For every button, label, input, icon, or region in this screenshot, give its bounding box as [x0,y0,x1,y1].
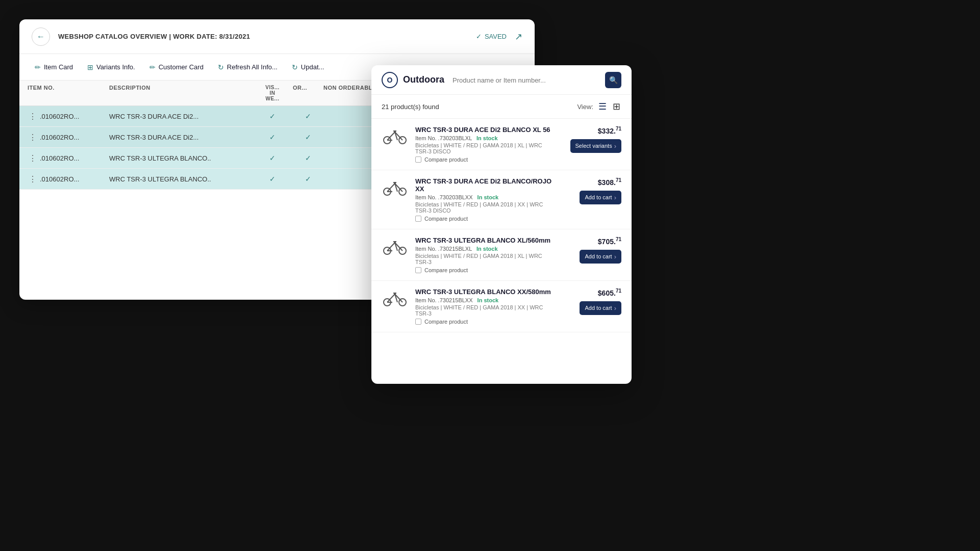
btn-arrow-icon-3: › [614,253,616,260]
compare-checkbox-4[interactable] [415,319,421,325]
refresh-all-info-button[interactable]: ↻ Refresh All Info... [211,59,285,75]
update-icon: ↻ [292,63,298,71]
btn-arrow-icon: › [614,142,616,150]
customer-card-button[interactable]: ✏ Customer Card [142,59,211,75]
product-image-4 [382,288,408,307]
grid-view-button[interactable]: ⊞ [612,100,621,113]
add-to-cart-button-2[interactable]: Add to cart › [580,191,621,204]
product-image-3 [382,237,408,256]
item-card-button[interactable]: ✏ Item Card [28,59,80,75]
compare-label-3: Compare product [424,267,468,273]
in-stock-3: In stock [476,246,498,252]
col-vis: VIS...INWE... [252,85,293,101]
check-vis: ✓ [269,133,275,141]
in-stock-2: In stock [478,194,499,200]
svg-point-9 [394,131,396,133]
popup-window: O Outdoora 🔍 21 product(s) found View: ☰… [371,65,632,384]
product-info-4: WRC TSR-3 ULTEGRA BLANCO XX/580mm Item N… [415,288,553,325]
svg-point-25 [394,242,396,244]
check-or: ✓ [305,175,311,183]
product-item-4: WRC TSR-3 ULTEGRA BLANCO XX/580mm Item N… [371,281,632,332]
compare-row-4: Compare product [415,319,553,325]
cell-or: ✓ [293,175,323,183]
cell-vis: ✓ [252,112,293,120]
search-input-area[interactable] [453,75,597,85]
in-stock-1: In stock [476,135,498,141]
product-tags-3: Bicicletas | WHITE / RED | GAMA 2018 | X… [415,253,553,265]
product-meta-2: Item No. .730203BLXX In stock [415,194,553,200]
cell-description: WRC TSR-3 DURA ACE Di2... [109,113,252,120]
header-left: ← WEBSHOP CATALOG OVERVIEW | WORK DATE: … [32,28,250,46]
logo-area: O Outdoora [382,72,444,88]
back-button[interactable]: ← [32,28,50,46]
compare-label-1: Compare product [424,156,468,163]
variants-info-button[interactable]: ⊞ Variants Info. [80,59,142,75]
list-view-button[interactable]: ☰ [597,100,608,113]
product-price-3: $705.71 [598,237,621,246]
search-icon: 🔍 [609,76,618,84]
add-to-cart-button-3[interactable]: Add to cart › [580,250,621,264]
back-icon: ← [37,32,45,41]
item-no-1: Item No. .730203BLXL [415,135,472,141]
view-toggle: View: ☰ ⊞ [577,100,621,113]
logo-icon: O [382,72,398,88]
products-found-label: 21 product(s) found [382,103,439,111]
popup-header: O Outdoora 🔍 [371,65,632,95]
compare-row-1: Compare product [415,156,553,163]
product-price-4: $605.71 [598,288,621,297]
search-input[interactable] [453,76,597,84]
grid-icon: ⊞ [87,63,93,71]
check-or: ✓ [305,112,311,120]
compare-checkbox-2[interactable] [415,216,421,222]
check-vis: ✓ [269,112,275,120]
check-vis: ✓ [269,175,275,183]
cell-item-no: ⋮ .010602RO... [28,153,109,163]
search-button[interactable]: 🔍 [605,72,621,88]
product-price-action-3: $705.71 Add to cart › [560,237,621,264]
expand-icon[interactable]: ↗ [515,31,522,42]
compare-row-3: Compare product [415,267,553,273]
row-menu-icon[interactable]: ⋮ [28,174,38,184]
cell-item-no: ⋮ .010602RO... [28,132,109,142]
view-label: View: [577,103,593,111]
product-tags-2: Bicicletas | WHITE / RED | GAMA 2018 | X… [415,201,553,214]
row-menu-icon[interactable]: ⋮ [28,153,38,163]
compare-row-2: Compare product [415,216,553,222]
product-price-2: $308.71 [598,177,621,187]
cell-or: ✓ [293,133,323,141]
compare-checkbox-3[interactable] [415,267,421,273]
edit-icon: ✏ [35,63,41,71]
bike-icon-1 [382,127,408,144]
logo-text: Outdoora [403,74,444,85]
item-no-3: Item No. .730215BLXL [415,246,472,252]
add-to-cart-button-4[interactable]: Add to cart › [580,301,621,315]
saved-status: ✓ SAVED [476,33,507,40]
product-image-1 [382,126,408,145]
product-item-3: WRC TSR-3 ULTEGRA BLANCO XL/560mm Item N… [371,229,632,281]
header-right: ✓ SAVED ↗ [476,31,522,42]
cell-vis: ✓ [252,133,293,141]
product-image-2 [382,177,408,197]
page-title: WEBSHOP CATALOG OVERVIEW | WORK DATE: 8/… [58,33,250,40]
cell-description: WRC TSR-3 ULTEGRA BLANCO.. [109,154,252,162]
bike-icon-3 [382,238,408,255]
item-no-4: Item No. .730215BLXX [415,297,473,303]
svg-point-33 [394,293,396,295]
btn-arrow-icon-4: › [614,304,616,312]
product-info-1: WRC TSR-3 DURA ACE Di2 BLANCO XL 56 Item… [415,126,553,163]
popup-subheader: 21 product(s) found View: ☰ ⊞ [371,95,632,119]
product-price-action-2: $308.71 Add to cart › [560,177,621,204]
in-stock-4: In stock [478,297,499,303]
svg-text:O: O [387,76,393,84]
compare-label-4: Compare product [424,319,468,325]
compare-checkbox-1[interactable] [415,156,421,163]
row-menu-icon[interactable]: ⋮ [28,111,38,121]
select-variants-button-1[interactable]: Select variants › [570,139,622,153]
check-icon: ✓ [476,33,482,40]
row-menu-icon[interactable]: ⋮ [28,132,38,142]
update-button[interactable]: ↻ Updat... [285,59,332,75]
product-tags-4: Bicicletas | WHITE / RED | GAMA 2018 | X… [415,304,553,317]
compare-label-2: Compare product [424,216,468,222]
product-name-4: WRC TSR-3 ULTEGRA BLANCO XX/580mm [415,288,553,296]
product-name-1: WRC TSR-3 DURA ACE Di2 BLANCO XL 56 [415,126,553,134]
